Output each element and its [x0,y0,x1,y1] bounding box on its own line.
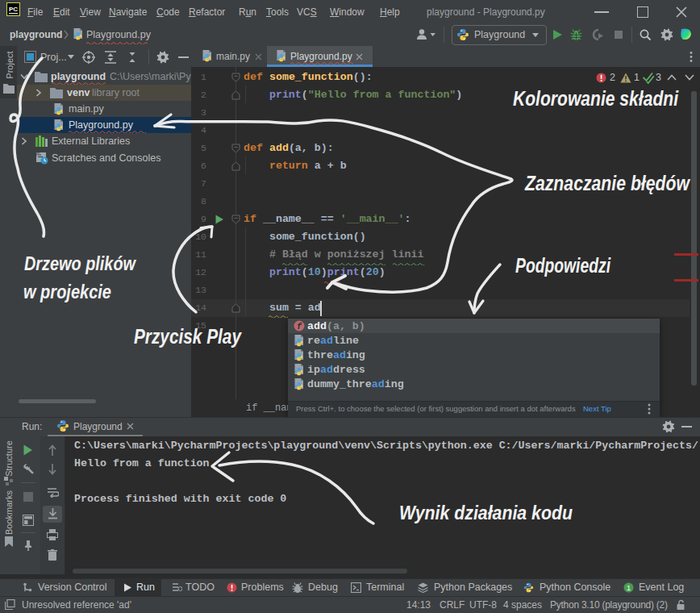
svg-text:1: 1 [627,584,631,592]
svg-text:f: f [297,323,302,332]
